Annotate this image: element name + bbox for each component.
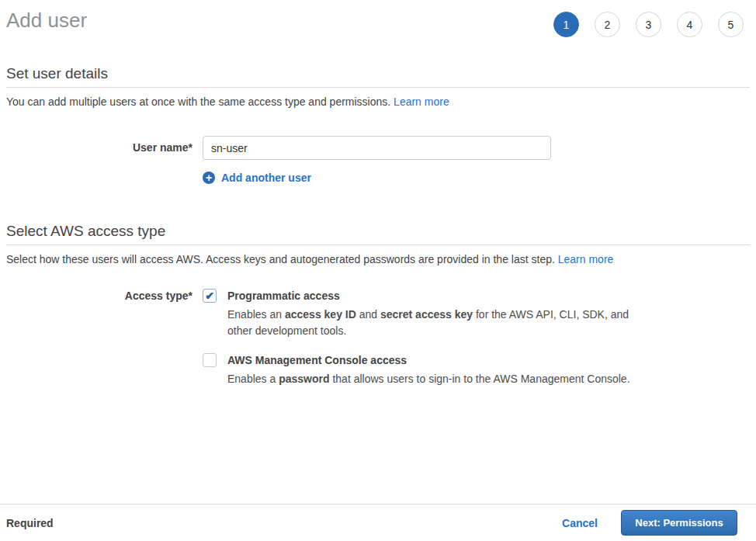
access-type-heading: Select AWS access type	[6, 223, 750, 240]
step-4-indicator: 4	[677, 12, 702, 37]
add-another-user-link[interactable]: Add another user	[221, 172, 311, 184]
footer-actions: Cancel Next: Permissions	[562, 510, 737, 536]
console-access-checkbox[interactable]	[203, 353, 217, 367]
access-type-section: Select AWS access type Select how these …	[6, 223, 750, 401]
programmatic-access-description: Enables an access key ID and secret acce…	[227, 307, 633, 339]
username-row: User name*	[6, 136, 750, 160]
step-5-indicator: 5	[718, 12, 744, 37]
console-access-description: Enables a password that allows users to …	[227, 371, 633, 387]
user-details-learn-more-link[interactable]: Learn more	[394, 95, 449, 108]
access-type-description: Select how these users will access AWS. …	[6, 253, 750, 265]
console-access-texts: AWS Management Console access Enables a …	[227, 352, 633, 387]
required-label: Required	[6, 517, 54, 529]
programmatic-access-title: Programmatic access	[227, 290, 633, 302]
console-access-title: AWS Management Console access	[227, 354, 633, 366]
programmatic-access-checkbox[interactable]: ✔	[203, 289, 217, 303]
cancel-button[interactable]: Cancel	[562, 517, 598, 529]
user-details-section: Set user details You can add multiple us…	[6, 65, 750, 184]
user-details-heading: Set user details	[6, 65, 750, 82]
console-access-option: AWS Management Console access Enables a …	[203, 352, 633, 387]
programmatic-access-texts: Programmatic access Enables an access ke…	[227, 288, 633, 339]
next-permissions-button[interactable]: Next: Permissions	[621, 510, 737, 536]
username-label: User name*	[6, 136, 203, 160]
step-3-indicator: 3	[636, 12, 661, 37]
wizard-step-indicator: 1 2 3 4 5	[553, 12, 744, 37]
step-1-indicator: 1	[553, 12, 579, 37]
page-title: Add user	[6, 9, 87, 32]
plus-circle-icon: +	[203, 172, 215, 184]
wizard-footer: Required Cancel Next: Permissions	[0, 504, 756, 541]
add-another-user-row[interactable]: + Add another user	[203, 172, 750, 184]
section-divider	[6, 87, 750, 88]
access-type-description-text: Select how these users will access AWS. …	[6, 253, 558, 265]
step-2-indicator: 2	[595, 12, 620, 37]
user-details-description: You can add multiple users at once with …	[6, 95, 750, 108]
username-input[interactable]	[203, 136, 551, 160]
programmatic-access-option: ✔ Programmatic access Enables an access …	[203, 288, 633, 339]
access-type-learn-more-link[interactable]: Learn more	[558, 253, 614, 265]
user-details-description-text: You can add multiple users at once with …	[6, 95, 394, 108]
section-divider	[6, 244, 750, 245]
page-header: Add user 1 2 3 4 5	[0, 0, 756, 45]
access-type-row: Access type* ✔ Programmatic access Enabl…	[6, 288, 750, 401]
access-type-label: Access type*	[6, 288, 203, 401]
access-type-options: ✔ Programmatic access Enables an access …	[203, 288, 633, 401]
